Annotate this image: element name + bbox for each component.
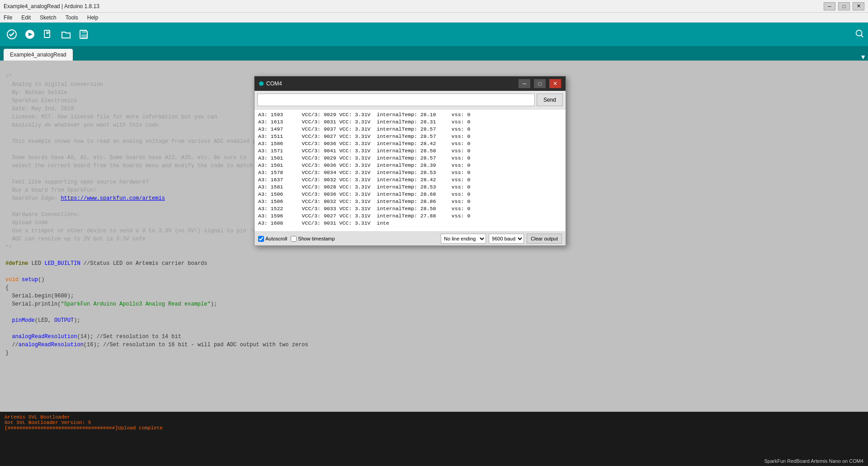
serial-title-left: COM4	[259, 80, 515, 87]
serial-right-controls: No line ending Newline Carriage return B…	[441, 234, 562, 244]
autoscroll-checkbox[interactable]	[258, 236, 264, 242]
serial-monitor-title: COM4	[266, 80, 282, 87]
serial-close-button[interactable]: ✕	[549, 79, 561, 88]
open-button[interactable]	[58, 26, 74, 42]
console-line-3: [####################################]Up…	[5, 425, 863, 431]
console-area: Artemis SVL Bootloader Got SVL Bootloade…	[0, 412, 868, 456]
serial-monitor-dialog: COM4 ─ □ ✕ Send A3: 1593 VCC/3: 9029 VCC…	[254, 76, 566, 246]
serial-output-line: A3: 1596 VCC/3: 9027 VCC: 3.31V internal…	[258, 212, 562, 220]
svg-line-9	[861, 35, 863, 38]
serial-output-line: A3: 1511 VCC/3: 9027 VCC: 3.31V internal…	[258, 133, 562, 140]
serial-output-line: A3: 1578 VCC/3: 9034 VCC: 3.31V internal…	[258, 169, 562, 176]
status-text: SparkFun RedBoard Artemis Nano on COM4	[764, 458, 864, 464]
show-timestamp-label[interactable]: Show timestamp	[291, 236, 335, 242]
menu-item-file[interactable]: File	[2, 14, 14, 22]
window-title: Example4_analogRead | Arduino 1.8.13	[4, 3, 99, 9]
serial-output-line: A3: 1501 VCC/3: 9036 VCC: 3.31V internal…	[258, 162, 562, 169]
serial-monitor-titlebar: COM4 ─ □ ✕	[255, 76, 566, 91]
menu-item-help[interactable]: Help	[85, 14, 100, 22]
upload-button[interactable]	[22, 26, 38, 42]
serial-output-line: A3: 1506 VCC/3: 9036 VCC: 3.31V internal…	[258, 191, 562, 198]
title-bar: Example4_analogRead | Arduino 1.8.13 ─ □…	[0, 0, 868, 13]
maximize-button[interactable]: □	[838, 2, 850, 10]
serial-input-field[interactable]	[257, 94, 535, 106]
menu-item-tools[interactable]: Tools	[64, 14, 80, 22]
line-ending-select[interactable]: No line ending Newline Carriage return B…	[441, 234, 486, 244]
minimize-button[interactable]: ─	[824, 2, 835, 10]
tab-example4-analogread[interactable]: Example4_analogRead	[4, 49, 73, 61]
window-controls: ─ □ ✕	[824, 2, 864, 10]
new-button[interactable]	[40, 26, 56, 42]
save-button[interactable]	[76, 26, 92, 42]
verify-button[interactable]	[4, 26, 20, 42]
svg-point-8	[856, 30, 862, 36]
serial-output-line: A3: 1593 VCC/3: 9029 VCC: 3.31V internal…	[258, 111, 562, 118]
serial-send-button[interactable]: Send	[537, 94, 563, 106]
serial-minimize-button[interactable]: ─	[519, 79, 530, 88]
serial-output-line: A3: 1506 VCC/3: 9032 VCC: 3.31V internal…	[258, 198, 562, 205]
clear-output-button[interactable]: Clear output	[527, 234, 562, 244]
serial-output-line: A3: 1581 VCC/3: 9028 VCC: 3.31V internal…	[258, 184, 562, 191]
serial-output-line: A3: 1522 VCC/3: 9033 VCC: 3.31V internal…	[258, 205, 562, 212]
autoscroll-label[interactable]: Autoscroll	[258, 236, 287, 242]
menu-bar: FileEditSketchToolsHelp	[0, 13, 868, 23]
tab-scroll-arrow[interactable]: ▼	[860, 53, 866, 61]
serial-output-line: A3: 1586 VCC/3: 9036 VCC: 3.31V internal…	[258, 140, 562, 147]
serial-output-line: A3: 1497 VCC/3: 9037 VCC: 3.31V internal…	[258, 126, 562, 133]
serial-output-line: A3: 1501 VCC/3: 9029 VCC: 3.31V internal…	[258, 155, 562, 162]
serial-output-line: A3: 1608 VCC/3: 9031 VCC: 3.31V inte	[258, 220, 562, 227]
tabs-bar: Example4_analogRead ▼	[0, 46, 868, 61]
serial-output-line: A3: 1613 VCC/3: 9031 VCC: 3.31V internal…	[258, 118, 562, 126]
menu-item-sketch[interactable]: Sketch	[38, 14, 58, 22]
baud-rate-select[interactable]: 300 1200 2400 4800 9600 baud 19200 38400…	[489, 234, 524, 244]
console-line-2: Got SVL Bootloader Version: 5	[5, 420, 863, 425]
status-bar: SparkFun RedBoard Artemis Nano on COM4	[0, 456, 868, 466]
serial-bottom-bar: Autoscroll Show timestamp No line ending…	[255, 231, 566, 245]
serial-maximize-button[interactable]: □	[534, 79, 546, 88]
toolbar	[0, 23, 868, 46]
svg-rect-7	[82, 35, 86, 38]
serial-output[interactable]: A3: 1593 VCC/3: 9029 VCC: 3.31V internal…	[255, 109, 566, 231]
close-window-button[interactable]: ✕	[853, 2, 864, 10]
show-timestamp-checkbox[interactable]	[291, 236, 297, 242]
menu-item-edit[interactable]: Edit	[19, 14, 33, 22]
serial-input-row: Send	[255, 91, 566, 109]
serial-status-dot	[259, 81, 264, 86]
serial-output-line: A3: 1637 VCC/3: 9032 VCC: 3.31V internal…	[258, 176, 562, 184]
svg-rect-6	[82, 30, 86, 33]
serial-output-line: A3: 1571 VCC/3: 9041 VCC: 3.31V internal…	[258, 147, 562, 155]
toolbar-search[interactable]	[854, 28, 864, 40]
console-line-1: Artemis SVL Bootloader	[5, 414, 863, 420]
